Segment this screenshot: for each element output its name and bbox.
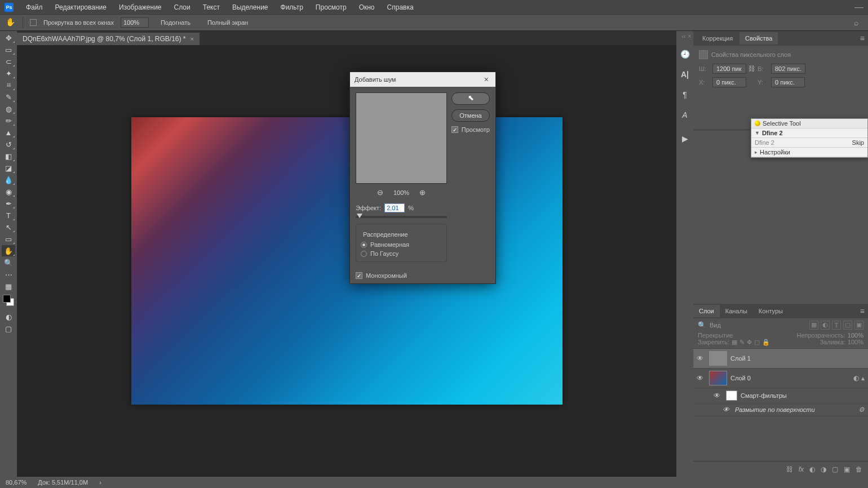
pen-tool[interactable]: ✒: [2, 198, 15, 209]
layer-name[interactable]: Слой 0: [730, 375, 751, 381]
hand-tool[interactable]: ✋: [2, 245, 15, 256]
group-icon[interactable]: ▢: [832, 465, 838, 473]
menu-image[interactable]: Изображение: [113, 1, 167, 14]
mask-icon[interactable]: ◐: [809, 465, 815, 473]
shape-tool[interactable]: ▭: [2, 233, 15, 245]
height-value[interactable]: 802 пикс.: [771, 64, 805, 74]
settings-label[interactable]: Настройки: [760, 149, 790, 156]
layers-menu-icon[interactable]: ≡: [857, 307, 868, 316]
zoom-input[interactable]: 100%: [121, 17, 149, 28]
color-swatches[interactable]: [3, 295, 14, 306]
scroll-all-checkbox[interactable]: [30, 19, 37, 26]
smart-filters-row[interactable]: 👁 Смарт-фильтры: [693, 388, 868, 403]
menu-edit[interactable]: Редактирование: [50, 1, 112, 14]
hand-tool-icon[interactable]: ✋: [6, 17, 16, 28]
zoom-in-icon[interactable]: ⊕: [419, 188, 426, 197]
opacity-value[interactable]: 100%: [848, 332, 863, 339]
link-icon[interactable]: ⛓: [749, 65, 755, 73]
eyedropper-tool[interactable]: ✎: [2, 91, 15, 103]
crop-tool[interactable]: ⌗: [2, 79, 15, 91]
more-tool[interactable]: ⋯: [2, 269, 15, 280]
layer-thumbnail[interactable]: [709, 371, 727, 385]
skip-label[interactable]: Skip: [852, 139, 864, 146]
gaussian-radio[interactable]: По Гауссу: [361, 250, 442, 257]
tab-channels[interactable]: Каналы: [720, 305, 753, 317]
blur-tool[interactable]: 💧: [2, 174, 15, 185]
monochrome-checkbox[interactable]: ✓: [356, 272, 362, 279]
adjustment-icon[interactable]: ◑: [821, 465, 826, 473]
filter-text-icon[interactable]: T: [832, 321, 841, 330]
eraser-tool[interactable]: ◧: [2, 150, 15, 162]
lock-artboard-icon[interactable]: ▢: [754, 339, 760, 346]
lock-move-icon[interactable]: ✥: [747, 339, 752, 346]
tab-layers[interactable]: Слои: [693, 305, 720, 317]
layer-name[interactable]: Слой 1: [730, 355, 751, 362]
tab-properties[interactable]: Свойства: [739, 32, 778, 45]
dfine-label[interactable]: Dfine 2: [762, 130, 783, 136]
status-docsize[interactable]: Док: 5,51M/11,0M: [38, 479, 88, 486]
menu-help[interactable]: Справка: [382, 1, 419, 14]
filter-shape-icon[interactable]: ▢: [843, 321, 852, 330]
blend-mode-dropdown[interactable]: Перекрытие: [698, 332, 794, 339]
cancel-button[interactable]: Отмена: [451, 109, 490, 122]
dodge-tool[interactable]: ◉: [2, 186, 15, 197]
visibility-icon[interactable]: 👁: [723, 406, 732, 414]
lock-transparent-icon[interactable]: ▦: [732, 339, 737, 346]
preview-checkbox[interactable]: ✓: [451, 126, 458, 133]
fullscreen-button[interactable]: Полный экран: [202, 17, 253, 28]
kind-dropdown[interactable]: Вид: [710, 322, 806, 329]
text-tool[interactable]: T: [2, 210, 15, 221]
menu-select[interactable]: Выделение: [227, 1, 274, 14]
x-value[interactable]: 0 пикс.: [712, 77, 746, 87]
zoom-out-icon[interactable]: ⊖: [377, 188, 383, 197]
history-icon[interactable]: 🕘: [679, 48, 691, 60]
brush-tool[interactable]: ✏: [2, 115, 15, 126]
new-layer-icon[interactable]: ▣: [844, 465, 850, 473]
filter-pixel-icon[interactable]: ▦: [809, 321, 818, 330]
wand-tool[interactable]: ✦: [2, 68, 15, 79]
fit-button[interactable]: Подогнать: [156, 17, 196, 28]
collapse-icon[interactable]: ‹‹: [681, 33, 685, 39]
canvas[interactable]: [131, 117, 563, 405]
filter-name[interactable]: Размытие по поверхности: [735, 406, 815, 413]
marquee-tool[interactable]: ▭: [2, 44, 15, 55]
search-icon[interactable]: ⌕: [850, 18, 862, 27]
edit-toolbar[interactable]: ▦: [2, 281, 15, 292]
filter-settings-icon[interactable]: ⚙: [858, 406, 865, 414]
filter-search-icon[interactable]: 🔍: [698, 321, 706, 329]
status-chevron-icon[interactable]: ›: [99, 479, 101, 486]
panel-menu-icon[interactable]: ≡: [860, 34, 865, 43]
document-tab[interactable]: DQnE6xhWAAAh7lP.jpg @ 80,7% (Слой 1, RGB…: [17, 33, 200, 45]
slider-handle[interactable]: [357, 214, 362, 218]
ok-button[interactable]: ⬉OK: [451, 92, 490, 105]
stamp-tool[interactable]: ▲: [2, 127, 15, 138]
menu-view[interactable]: Просмотр: [310, 1, 352, 14]
menu-file[interactable]: Файл: [20, 1, 48, 14]
lasso-tool[interactable]: ⊂: [2, 56, 15, 67]
gradient-tool[interactable]: ◪: [2, 162, 15, 174]
y-value[interactable]: 0 пикс.: [771, 77, 805, 87]
visibility-icon[interactable]: 👁: [697, 374, 706, 382]
filter-adjust-icon[interactable]: ◐: [821, 321, 830, 330]
link-layers-icon[interactable]: ⛓: [786, 465, 793, 473]
noise-preview[interactable]: [356, 92, 447, 184]
filter-mask-thumbnail[interactable]: [726, 391, 737, 401]
menu-layers[interactable]: Слои: [169, 1, 196, 14]
chevron-down-icon[interactable]: ▼: [755, 130, 760, 136]
lock-all-icon[interactable]: 🔒: [762, 339, 770, 346]
filter-smart-icon[interactable]: ▣: [854, 321, 863, 330]
fx-icon[interactable]: fx: [799, 465, 804, 473]
zoom-tool[interactable]: 🔍: [2, 257, 15, 268]
dialog-close-icon[interactable]: ×: [482, 75, 491, 84]
layer-row[interactable]: 👁 Слой 0 ◐▴: [693, 369, 868, 388]
status-zoom[interactable]: 80,67%: [6, 479, 26, 486]
smart-filter-item[interactable]: 👁 Размытие по поверхности ⚙: [693, 403, 868, 416]
heal-tool[interactable]: ◍: [2, 103, 15, 114]
tab-correction[interactable]: Коррекция: [697, 32, 738, 45]
paragraph-icon[interactable]: ¶: [679, 88, 691, 101]
quick-mask[interactable]: ◐: [2, 311, 15, 322]
lock-paint-icon[interactable]: ✎: [739, 339, 745, 346]
close-icon[interactable]: ×: [688, 33, 691, 39]
menu-filter[interactable]: Фильтр: [275, 1, 309, 14]
amount-slider[interactable]: [356, 216, 447, 218]
